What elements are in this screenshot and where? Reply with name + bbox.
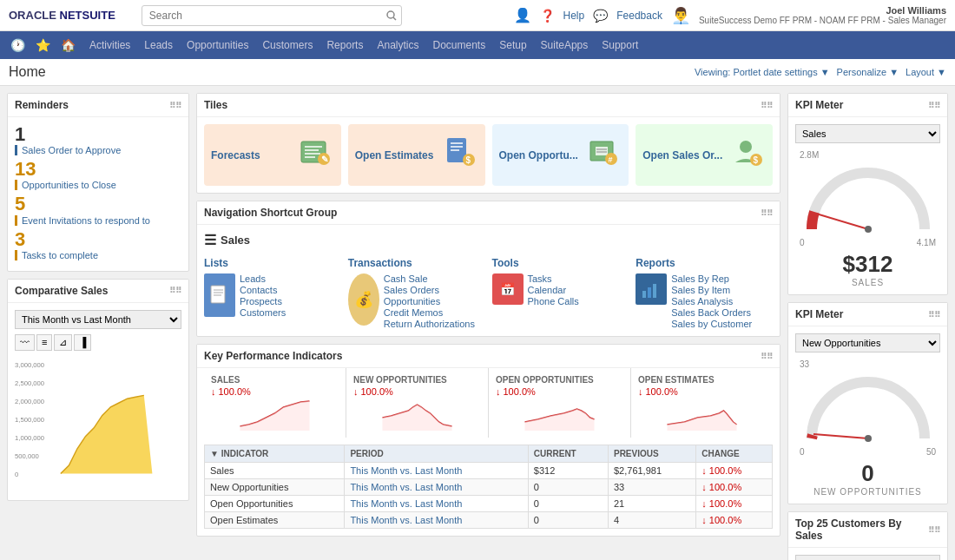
ns-link-tasks[interactable]: Tasks [528, 273, 579, 284]
nav-support[interactable]: Support [595, 36, 645, 55]
top25-dropdown[interactable]: this month [795, 555, 940, 560]
ns-link-opportunities[interactable]: Opportunities [384, 296, 475, 306]
kpi-portlet: Key Performance Indicators ⠿⠿ SALES ↓ 10… [196, 344, 780, 537]
main-panel: Tiles ⠿⠿ Forecasts [196, 93, 780, 560]
ns-link-salesbyitem[interactable]: Sales By Item [671, 285, 752, 295]
tile-open-sales[interactable]: Open Sales Or... $ [636, 124, 773, 186]
tile-forecasts[interactable]: Forecasts ✎ [204, 124, 341, 186]
svg-text:500,000: 500,000 [15, 452, 39, 460]
svg-line-1 [393, 17, 396, 20]
personalize-link[interactable]: Personalize ▼ [837, 67, 899, 77]
nav-documents[interactable]: Documents [426, 36, 493, 55]
kpi-period-link-openest[interactable]: This Month vs. Last Month [350, 515, 462, 525]
new-opp-sparkline-svg [353, 400, 481, 431]
ns-link-salesbackorders[interactable]: Sales Back Orders [671, 307, 752, 318]
svg-text:0: 0 [15, 471, 18, 478]
tile-estimates-icon: $ [444, 135, 478, 175]
tile-open-opportunities[interactable]: Open Opportu... # [492, 124, 629, 186]
reminders-drag[interactable]: ⠿⠿ [169, 101, 181, 110]
ns-link-salesbycustomer[interactable]: Sales by Customer [671, 319, 752, 329]
tile-open-estimates[interactable]: Open Estimates $ [348, 124, 485, 186]
kpi-open-est-change: ↓ 100.0% [638, 386, 766, 397]
chart-column-tool[interactable]: ▐ [74, 334, 91, 351]
kpi-title: Key Performance Indicators [204, 350, 342, 362]
kpi-meter-2-drag[interactable]: ⠿⠿ [928, 310, 940, 320]
page-title-bar: Home Viewing: Portlet date settings ▼ Pe… [0, 59, 955, 86]
ns-link-customers[interactable]: Customers [240, 307, 286, 318]
gauge-1-low: 0 [800, 238, 805, 247]
reminder-link-2[interactable]: Opportunities to Close [15, 180, 181, 190]
svg-text:#: # [609, 155, 613, 164]
chart-line-tool[interactable]: 〰 [15, 334, 35, 351]
ns-link-leads[interactable]: Leads [240, 273, 286, 284]
search-input[interactable] [142, 5, 402, 26]
ns-link-salesorders[interactable]: Sales Orders [384, 285, 475, 295]
kpi-meter-2-dropdown[interactable]: New Opportunities [795, 333, 940, 352]
kpi-td-openest-prev: 4 [608, 512, 695, 529]
chart-bar-tool[interactable]: ≡ [36, 334, 52, 351]
ns-transactions-col: Transactions 💰 Cash Sale Sales Orders Op… [348, 257, 485, 329]
history-icon[interactable]: 🕐 [7, 35, 29, 56]
kpi-meter-1-dropdown[interactable]: Sales [795, 124, 940, 143]
nav-reports[interactable]: Reports [319, 36, 370, 55]
svg-marker-9 [61, 395, 153, 473]
favorites-icon[interactable]: ⭐ [32, 35, 54, 56]
kpi-new-opp-change: ↓ 100.0% [353, 386, 481, 397]
kpi-td-sales-change: ↓ 100.0% [696, 463, 773, 479]
layout-link[interactable]: Layout ▼ [906, 67, 946, 77]
ns-lists-col: Lists Leads Contacts Prospects Customers [204, 257, 341, 329]
reminder-link-3[interactable]: Event Invitations to respond to [15, 215, 181, 226]
nav-analytics[interactable]: Analytics [370, 36, 425, 55]
comparative-sales-title: Comparative Sales [15, 285, 108, 297]
ns-link-returnauth[interactable]: Return Authorizations [384, 319, 475, 329]
comparative-sales-body: This Month vs Last Month 〰 ≡ ⊿ ▐ 3,000,0… [8, 303, 188, 500]
right-panel: KPI Meter ⠿⠿ Sales 2.8M [787, 93, 948, 560]
help-label[interactable]: Help [563, 10, 585, 22]
viewing-portlet-settings[interactable]: Viewing: Portlet date settings ▼ [695, 67, 830, 77]
ns-tools-items: 📅 Tasks Calendar Phone Calls [492, 273, 629, 306]
ns-link-salesanalysis[interactable]: Sales Analysis [671, 296, 752, 306]
reminder-link-4[interactable]: Tasks to complete [15, 250, 181, 260]
ns-link-phonecalls[interactable]: Phone Calls [528, 296, 579, 306]
nav-customers[interactable]: Customers [255, 36, 319, 55]
gauge-1-container [799, 160, 938, 238]
gauge-2-top-range: 33 [795, 359, 940, 369]
top25-body: this month 〰 ≡ ⊿ ▐ [788, 548, 947, 560]
kpi-period-link-openopp[interactable]: This Month vs. Last Month [350, 498, 462, 509]
top25-drag[interactable]: ⠿⠿ [928, 525, 940, 535]
ns-link-contacts[interactable]: Contacts [240, 285, 286, 295]
nav-shortcut-drag[interactable]: ⠿⠿ [761, 208, 773, 218]
svg-point-29 [740, 141, 752, 153]
comparative-sales-dropdown[interactable]: This Month vs Last Month [15, 310, 181, 329]
help-icon: ❓ [540, 9, 555, 23]
ns-link-salesbyrep[interactable]: Sales By Rep [671, 273, 752, 284]
home-icon[interactable]: 🏠 [57, 35, 79, 56]
kpi-table-container: ▼ INDICATOR PERIOD CURRENT PREVIOUS CHAN… [197, 445, 780, 536]
sort-icon[interactable]: ▼ [210, 449, 219, 458]
tiles-drag[interactable]: ⠿⠿ [761, 101, 773, 110]
nav-leads[interactable]: Leads [137, 36, 180, 55]
feedback-label[interactable]: Feedback [616, 10, 662, 22]
left-panel: Reminders ⠿⠿ 1 Sales Order to Approve 13… [7, 93, 189, 560]
comparative-sales-drag[interactable]: ⠿⠿ [169, 286, 181, 295]
kpi-th-change: CHANGE [696, 445, 773, 463]
nav-suiteapps[interactable]: SuiteApps [534, 36, 596, 55]
nav-activities[interactable]: Activities [82, 36, 137, 55]
kpi-period-link-newopp[interactable]: This Month vs. Last Month [350, 482, 462, 492]
kpi-td-openopp-change: ↓ 100.0% [696, 496, 773, 512]
chart-area-tool[interactable]: ⊿ [54, 334, 72, 351]
ns-transactions-icon: 💰 [348, 273, 379, 326]
ns-link-creditmemos[interactable]: Credit Memos [384, 307, 475, 318]
ns-link-calendar[interactable]: Calendar [528, 285, 579, 295]
svg-text:✎: ✎ [321, 155, 328, 164]
top-bar-right: 👤 ❓ Help 💬 Feedback 👨‍💼 Joel Williams Su… [514, 5, 946, 25]
kpi-drag[interactable]: ⠿⠿ [761, 352, 773, 361]
ns-link-prospects[interactable]: Prospects [240, 296, 286, 306]
gauge-2-high: 50 [926, 447, 936, 457]
ns-link-cashsale[interactable]: Cash Sale [384, 273, 475, 284]
kpi-meter-1-drag[interactable]: ⠿⠿ [928, 101, 940, 110]
nav-opportunities[interactable]: Opportunities [180, 36, 255, 55]
reminder-link-1[interactable]: Sales Order to Approve [15, 145, 181, 155]
nav-setup[interactable]: Setup [492, 36, 533, 55]
kpi-period-link-sales[interactable]: This Month vs. Last Month [350, 465, 462, 476]
